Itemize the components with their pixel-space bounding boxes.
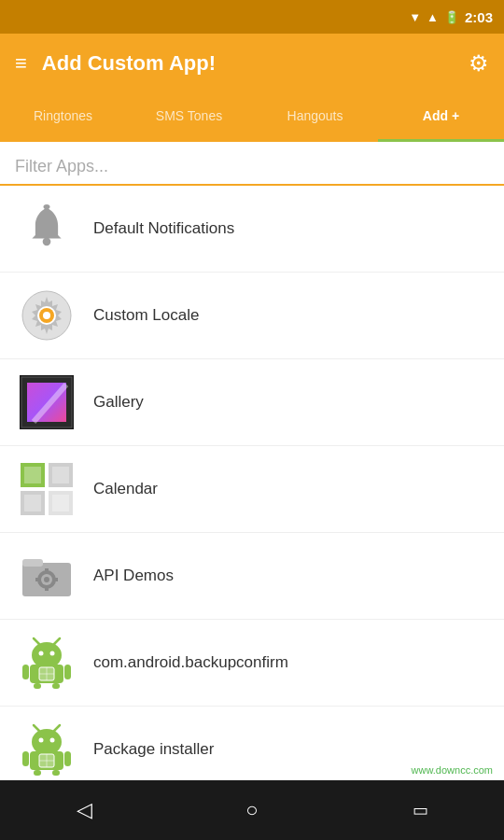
svg-line-43	[34, 725, 39, 731]
home-button[interactable]: ○	[224, 782, 280, 838]
app-name-package-installer: Package installer	[93, 740, 214, 759]
svg-rect-49	[52, 770, 60, 776]
tab-sms-tones[interactable]: SMS Tones	[126, 93, 252, 142]
svg-point-29	[50, 651, 55, 656]
svg-line-31	[54, 638, 60, 644]
svg-rect-17	[52, 495, 69, 511]
settings-button[interactable]: ⚙	[469, 50, 489, 77]
app-icon-package-installer	[19, 721, 75, 777]
svg-rect-34	[64, 665, 71, 679]
status-icons: ▼ ▲ 🔋 2:03	[409, 9, 493, 25]
svg-rect-33	[22, 665, 29, 679]
svg-rect-24	[45, 587, 49, 591]
svg-rect-16	[24, 495, 41, 511]
svg-point-27	[32, 642, 62, 668]
svg-rect-48	[34, 770, 41, 776]
time-display: 2:03	[465, 9, 493, 25]
app-title: Add Custom App!	[42, 51, 454, 76]
app-icon-gallery	[19, 374, 75, 430]
app-icon-calendar	[19, 461, 75, 517]
filter-bar	[0, 142, 504, 186]
list-item[interactable]: com.android.backupconfirm	[0, 620, 504, 707]
list-item[interactable]: Custom Locale	[0, 273, 504, 359]
app-name-default-notifications: Default Notifications	[93, 219, 234, 238]
svg-rect-23	[45, 568, 49, 572]
svg-rect-47	[64, 751, 71, 766]
svg-point-22	[44, 577, 49, 582]
tab-ringtones[interactable]: Ringtones	[0, 93, 126, 142]
tab-bar: Ringtones SMS Tones Hangouts Add +	[0, 93, 504, 142]
svg-rect-14	[24, 467, 41, 483]
app-icon-default-notifications	[19, 201, 75, 257]
list-item[interactable]: Gallery	[0, 359, 504, 446]
svg-point-40	[32, 729, 62, 755]
app-bar: ≡ Add Custom App! ⚙	[0, 34, 504, 93]
svg-point-28	[39, 651, 44, 656]
status-bar: ▼ ▲ 🔋 2:03	[0, 0, 504, 34]
signal-icon: ▲	[427, 10, 439, 24]
svg-rect-46	[22, 751, 29, 766]
svg-point-0	[43, 238, 51, 246]
svg-rect-36	[52, 683, 60, 689]
app-name-calendar: Calendar	[93, 480, 158, 498]
svg-point-41	[39, 738, 44, 743]
app-name-custom-locale: Custom Locale	[93, 306, 199, 325]
list-item[interactable]: API Demos	[0, 533, 504, 620]
svg-point-5	[43, 312, 50, 319]
svg-rect-1	[44, 204, 50, 209]
watermark: www.downcc.com	[408, 763, 497, 777]
back-button[interactable]: ◁	[56, 782, 112, 838]
app-name-gallery: Gallery	[93, 393, 144, 412]
svg-point-42	[50, 738, 55, 743]
list-item[interactable]: Calendar	[0, 446, 504, 533]
tab-add[interactable]: Add +	[378, 93, 504, 142]
svg-line-44	[54, 725, 60, 731]
svg-line-30	[34, 638, 39, 644]
list-item[interactable]: Default Notifications	[0, 186, 504, 273]
battery-icon: 🔋	[444, 10, 459, 24]
tab-hangouts[interactable]: Hangouts	[252, 93, 378, 142]
filter-input[interactable]	[15, 149, 489, 184]
svg-rect-35	[34, 683, 41, 689]
svg-rect-19	[22, 559, 43, 567]
recents-button[interactable]: ▭	[392, 782, 448, 838]
svg-rect-15	[52, 467, 69, 483]
wifi-icon: ▼	[409, 10, 421, 24]
app-icon-custom-locale	[19, 287, 75, 343]
app-list: Default Notifications Custom Locale	[0, 186, 504, 779]
app-icon-backup-confirm	[19, 635, 75, 691]
svg-rect-25	[35, 578, 39, 581]
svg-rect-26	[54, 578, 58, 581]
app-name-api-demos: API Demos	[93, 567, 174, 585]
app-name-backup-confirm: com.android.backupconfirm	[93, 653, 288, 672]
app-icon-api-demos	[19, 548, 75, 604]
bottom-nav: ◁ ○ ▭	[0, 780, 504, 840]
hamburger-button[interactable]: ≡	[15, 53, 27, 74]
